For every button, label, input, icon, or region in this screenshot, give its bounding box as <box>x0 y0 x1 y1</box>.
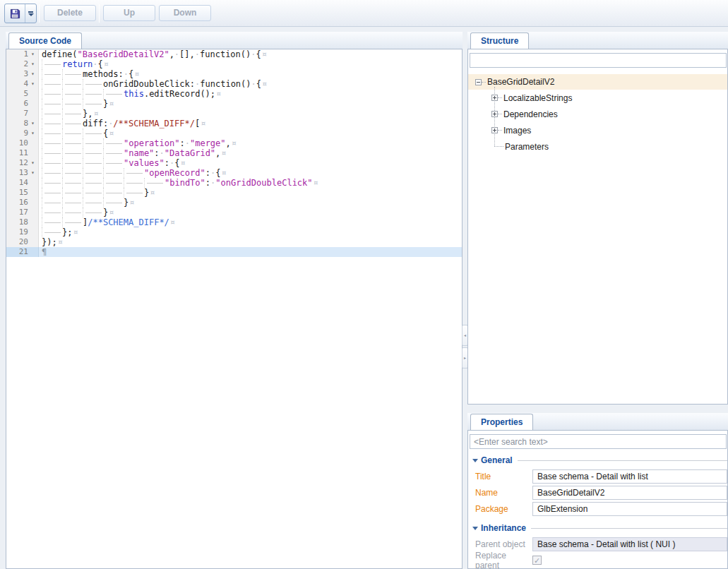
code-line[interactable]: 10"operation":·"merge",¤ <box>6 138 462 148</box>
code-line[interactable]: 21¶ <box>6 247 462 257</box>
code-line[interactable]: 9▾{¤ <box>6 128 462 138</box>
line-content: },¤ <box>39 109 99 119</box>
line-number: 6 <box>6 99 28 109</box>
code-token: · <box>174 49 179 59</box>
code-token: · <box>169 158 174 168</box>
fold-toggle-icon[interactable]: ▾ <box>28 49 37 59</box>
property-row: Name <box>468 484 727 501</box>
code-token: · <box>251 49 256 59</box>
line-gutter: 2▾ <box>6 59 39 69</box>
tab-whitespace-mark <box>83 208 103 217</box>
property-value-input[interactable] <box>532 469 727 484</box>
fold-toggle-icon[interactable]: ▾ <box>28 69 37 79</box>
tab-whitespace-mark <box>62 119 83 128</box>
line-number: 9 <box>6 128 28 138</box>
code-line[interactable]: 7},¤ <box>6 109 462 119</box>
code-line[interactable]: 3▾methods:·{¤ <box>6 69 462 79</box>
section-header[interactable]: Inheritance <box>472 523 727 533</box>
code-line[interactable]: 20});¤ <box>6 237 462 247</box>
tab-whitespace-mark <box>42 168 62 178</box>
tree-connector <box>482 82 486 83</box>
code-line[interactable]: 8▾diff:·/**SCHEMA_DIFF*/[¤ <box>6 119 462 128</box>
line-content: "openRecord":·{¤ <box>39 168 227 178</box>
tab-whitespace-mark <box>103 198 124 208</box>
save-split-button[interactable] <box>4 4 37 23</box>
tab-whitespace-mark <box>42 128 62 138</box>
code-line[interactable]: 17}¤ <box>6 208 462 217</box>
line-number: 16 <box>6 198 28 208</box>
code-token: define( <box>42 49 78 59</box>
tab-whitespace-mark <box>83 128 103 138</box>
fold-toggle-icon[interactable]: ▾ <box>28 168 37 178</box>
properties-sections: GeneralTitleNamePackageInheritanceParent… <box>468 455 727 568</box>
code-line[interactable]: 5this.editRecord();¤ <box>6 89 462 99</box>
tree-item[interactable]: Images <box>468 122 727 138</box>
section-header[interactable]: General <box>472 455 727 465</box>
code-line[interactable]: 15}¤ <box>6 188 462 198</box>
tab-whitespace-mark <box>62 198 83 208</box>
code-line[interactable]: 4▾onGridDoubleClick:·function()·{¤ <box>6 79 462 89</box>
structure-panel: Structure BaseGridDetailV2LocalizableStr… <box>467 32 728 405</box>
tab-whitespace-mark <box>103 158 124 168</box>
tab-properties[interactable]: Properties <box>470 414 533 431</box>
collapse-box-icon[interactable] <box>475 79 482 85</box>
tab-whitespace-mark <box>103 148 124 158</box>
code-line[interactable]: 6}¤ <box>6 99 462 109</box>
line-gutter: 17 <box>6 208 39 217</box>
tab-source-code[interactable]: Source Code <box>8 32 82 49</box>
line-gutter: 4▾ <box>6 79 39 89</box>
code-line[interactable]: 11"name":·"DataGrid",¤ <box>6 148 462 158</box>
tab-whitespace-mark <box>42 208 62 217</box>
code-line[interactable]: 16}¤ <box>6 198 462 208</box>
fold-toggle-icon[interactable]: ▾ <box>28 128 37 138</box>
code-line[interactable]: 18]/**SCHEMA_DIFF*/¤ <box>6 217 462 227</box>
fold-toggle-icon[interactable]: ▾ <box>28 158 37 168</box>
code-line[interactable]: 19};¤ <box>6 227 462 237</box>
eol-mark: ¤ <box>149 188 155 198</box>
code-line[interactable]: 13▾"openRecord":·{¤ <box>6 168 462 178</box>
tree-item[interactable]: Parameters <box>468 138 727 155</box>
code-token: · <box>195 79 200 89</box>
code-token: } <box>103 99 108 109</box>
eol-mark: ¤ <box>72 227 78 237</box>
save-button[interactable] <box>5 4 25 23</box>
line-content: "operation":·"merge",¤ <box>39 138 237 148</box>
line-number: 11 <box>6 148 28 158</box>
tree-item[interactable]: LocalizableStrings <box>468 90 727 106</box>
line-content: diff:·/**SCHEMA_DIFF*/[¤ <box>39 119 205 128</box>
code-token: : <box>205 168 210 178</box>
properties-search-input[interactable] <box>470 434 727 449</box>
expand-box-icon[interactable] <box>491 127 498 133</box>
fold-toggle-icon[interactable]: ▾ <box>28 59 37 69</box>
tree-item[interactable]: Dependencies <box>468 106 727 122</box>
code-line[interactable]: 12▾"values":·{¤ <box>6 158 462 168</box>
line-number: 2 <box>6 59 28 69</box>
down-button[interactable]: Down <box>159 5 211 21</box>
code-editor[interactable]: 1▾define("BaseGridDetailV2",·[],·functio… <box>6 49 463 569</box>
toolbar: Delete Up Down <box>0 0 728 27</box>
line-gutter: 15 <box>6 188 39 198</box>
code-token: [ <box>195 119 200 128</box>
delete-button[interactable]: Delete <box>44 5 96 21</box>
fold-toggle-icon[interactable]: ▾ <box>28 79 37 89</box>
tab-whitespace-mark <box>62 99 83 109</box>
property-value-input[interactable] <box>532 486 727 500</box>
tab-whitespace-mark <box>83 148 103 158</box>
tab-structure[interactable]: Structure <box>470 32 529 49</box>
line-gutter: 10 <box>6 138 39 148</box>
vertical-splitter[interactable]: ◂ ▸ <box>463 32 467 569</box>
fold-toggle-icon[interactable]: ▾ <box>28 119 37 128</box>
code-line[interactable]: 1▾define("BaseGridDetailV2",·[],·functio… <box>6 49 462 59</box>
expand-box-icon[interactable] <box>491 111 498 117</box>
line-number: 10 <box>6 138 28 148</box>
property-value-input[interactable] <box>532 502 727 516</box>
code-line[interactable]: 14"bindTo":·"onGridDoubleClick"¤ <box>6 178 462 188</box>
code-line[interactable]: 2▾return·{¤ <box>6 59 462 69</box>
line-number: 8 <box>6 119 28 128</box>
tree-item-root[interactable]: BaseGridDetailV2 <box>468 74 727 90</box>
up-button[interactable]: Up <box>103 5 155 21</box>
expand-box-icon[interactable] <box>491 95 498 101</box>
code-token: · <box>251 79 256 89</box>
structure-filter-input[interactable] <box>470 53 727 68</box>
save-dropdown-button[interactable] <box>25 4 36 23</box>
